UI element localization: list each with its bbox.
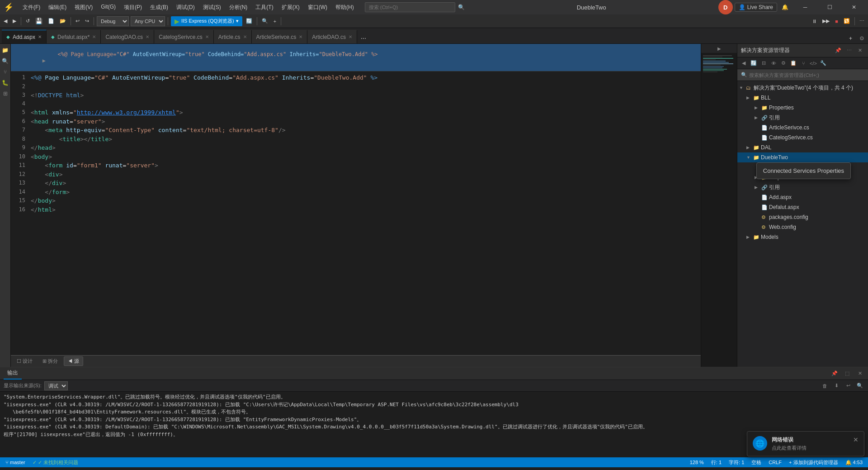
menu-ext[interactable]: 扩展(X) (278, 3, 303, 12)
refresh2-button[interactable]: 🔄 (244, 17, 254, 25)
tree-expand-bll-props[interactable]: ▶ (755, 105, 760, 110)
tab-close-defalut[interactable]: ✕ (92, 34, 96, 39)
output-source-select[interactable]: 调试 (44, 381, 68, 390)
design-tab-source[interactable]: ◀ 源 (64, 356, 83, 366)
tree-bll-properties[interactable]: ▶ 📁 Properties (737, 103, 868, 113)
se-search-input[interactable] (749, 72, 864, 78)
tab-close-cs[interactable]: ✕ (205, 34, 209, 39)
menu-view[interactable]: 视图(V) (71, 3, 96, 12)
activity-search[interactable]: 🔍 (1, 57, 10, 66)
global-search-input[interactable] (365, 2, 455, 12)
tree-defalut-aspx[interactable]: ▶ 📄 Defalut.aspx (737, 202, 868, 212)
activity-debug[interactable]: 🐛 (1, 78, 10, 87)
status-indent[interactable]: 空格 (750, 459, 763, 466)
design-tab-split[interactable]: ⊞ 拆分 (38, 356, 62, 366)
tree-models[interactable]: ▶ 📁 Models (737, 232, 868, 242)
menu-edit[interactable]: 编辑(E) (45, 3, 70, 12)
tree-dt-refs[interactable]: ▶ 🔗 引用 (737, 182, 868, 192)
debug-stop-btn[interactable]: ■ (833, 18, 840, 25)
se-git-btn[interactable]: ⑂ (799, 59, 808, 68)
tab-close-add[interactable]: ✕ (38, 34, 42, 39)
se-close-button[interactable]: ✕ (855, 46, 864, 55)
se-props-btn[interactable]: 🔧 (819, 59, 828, 68)
code-editor[interactable]: 1<%@ Page Language="C#" AutoEventWireup=… (11, 71, 701, 355)
se-collapse-btn[interactable]: ⊟ (759, 59, 768, 68)
tab-article-dao[interactable]: ArticleDAO.cs ✕ (307, 30, 357, 43)
design-tab-design[interactable]: ☐ 设计 (13, 356, 37, 366)
output-wrap-btn[interactable]: ↩ (844, 381, 853, 390)
tree-packages-config[interactable]: ▶ ⚙ packages.config (737, 212, 868, 222)
open-folder-button[interactable]: 📂 (58, 17, 68, 25)
minimap-expand-icon[interactable]: ▶ (717, 46, 721, 51)
forward-button[interactable]: ▶ (11, 17, 18, 25)
tree-root[interactable]: ▼ 🗂 解决方案"DuebleTwo"(4 个项目，共 4 个) (737, 83, 868, 93)
output-pin-btn[interactable]: 📌 (830, 369, 839, 378)
output-close-btn[interactable]: ✕ (855, 369, 864, 378)
se-pin-button[interactable]: 📌 (834, 46, 843, 55)
menu-window[interactable]: 窗口(W) (304, 3, 331, 12)
save-all-button[interactable]: 💾 (33, 17, 44, 25)
tab-close-ad[interactable]: ✕ (349, 34, 352, 39)
debug-restart-btn[interactable]: 🔁 (842, 17, 852, 25)
user-avatar[interactable]: D (718, 0, 733, 14)
tree-expand-bll-refs[interactable]: ▶ (755, 115, 760, 120)
fold-icon[interactable]: ▶ (42, 57, 46, 64)
status-char[interactable]: 字符: 1 (727, 459, 746, 466)
tree-catelog-service-cs[interactable]: ▶ 📄 CatelogSerivce.cs (737, 133, 868, 142)
search2-button[interactable]: 🔍 (260, 17, 270, 25)
tab-settings-button[interactable]: ⚙ (856, 33, 868, 43)
tab-overflow-button[interactable]: ⋯ (357, 33, 370, 43)
tab-catelog-dao[interactable]: CatelogDAO.cs ✕ (101, 30, 154, 43)
debug-step-btn[interactable]: ⏸ (810, 18, 819, 25)
tree-add-aspx[interactable]: ▶ 📄 Add.aspx (737, 192, 868, 202)
minimize-button[interactable]: ─ (795, 0, 816, 14)
tab-add-aspx[interactable]: ◆ Add.aspx ✕ (2, 30, 47, 43)
menu-project[interactable]: 项目(P) (120, 3, 146, 12)
refresh-button[interactable]: ↺ (24, 17, 32, 25)
output-tab-output[interactable]: 输出 (4, 367, 22, 380)
status-zoom[interactable]: 128 % (688, 460, 706, 465)
restore-button[interactable]: ☐ (819, 0, 840, 14)
menu-file[interactable]: 文件(F) (19, 3, 44, 12)
tree-expand-dt[interactable]: ▼ (746, 155, 752, 160)
debug-mode-select[interactable]: Debug Release (97, 16, 129, 26)
output-clear-btn[interactable]: 🗑 (820, 381, 829, 390)
tree-web-config[interactable]: ▶ ⚙ Web.config (737, 222, 868, 232)
live-share-button[interactable]: 👤 Live Share (735, 3, 777, 12)
output-float-btn[interactable]: ⬚ (843, 369, 852, 378)
status-no-issues[interactable]: ✓ ✓ 未找到相关问题 (31, 459, 80, 466)
se-refresh-btn[interactable]: 🔄 (749, 59, 758, 68)
tree-bll-refs[interactable]: ▶ 🔗 引用 (737, 113, 868, 123)
status-branch[interactable]: ⑂ master (4, 460, 27, 465)
tree-expand-dal[interactable]: ▶ (746, 145, 752, 150)
tree-expand-bll[interactable]: ▶ (746, 95, 752, 100)
tree-expand-root[interactable]: ▼ (739, 85, 745, 90)
tab-close-as[interactable]: ✕ (299, 34, 302, 39)
status-line[interactable]: 行: 1 (709, 459, 723, 466)
activity-extensions[interactable]: ⊞ (1, 89, 10, 98)
status-encoding[interactable]: CRLF (767, 460, 783, 465)
notification-icon[interactable]: 🔔 (779, 4, 791, 10)
activity-git[interactable]: ⑂ (1, 67, 10, 76)
menu-test[interactable]: 测试(S) (199, 3, 225, 12)
tab-article[interactable]: Article.cs ✕ (214, 30, 252, 43)
tab-article-service[interactable]: ArticleSerivce.cs ✕ (252, 30, 308, 43)
notification-close-button[interactable]: ✕ (853, 436, 859, 443)
menu-analyze[interactable]: 分析(N) (226, 3, 251, 12)
debug-continue-btn[interactable]: ▶▶ (821, 17, 831, 25)
new-file-button[interactable]: 📄 (46, 17, 56, 25)
notification-subtitle[interactable]: 点此处查看详情 (772, 445, 849, 451)
tree-expand-dt-refs[interactable]: ▶ (755, 185, 760, 190)
output-scroll-btn[interactable]: ⬇ (832, 381, 841, 390)
back-button[interactable]: ◀ (2, 17, 9, 25)
tree-expand-models[interactable]: ▶ (746, 235, 752, 239)
run-button[interactable]: ▶ IIS Express (QQ浏览器) ▾ (171, 16, 242, 26)
add-tab-button[interactable]: + (272, 18, 278, 25)
tab-close-a[interactable]: ✕ (243, 34, 247, 39)
menu-build[interactable]: 生成(B) (146, 3, 172, 12)
se-menu-button[interactable]: ⋯ (844, 46, 854, 55)
se-filter-btn[interactable]: ⚙ (779, 59, 788, 68)
se-show-all-btn[interactable]: 👁 (769, 59, 778, 68)
activity-explorer[interactable]: 📁 (1, 46, 10, 55)
undo-button[interactable]: ↩ (74, 17, 81, 25)
